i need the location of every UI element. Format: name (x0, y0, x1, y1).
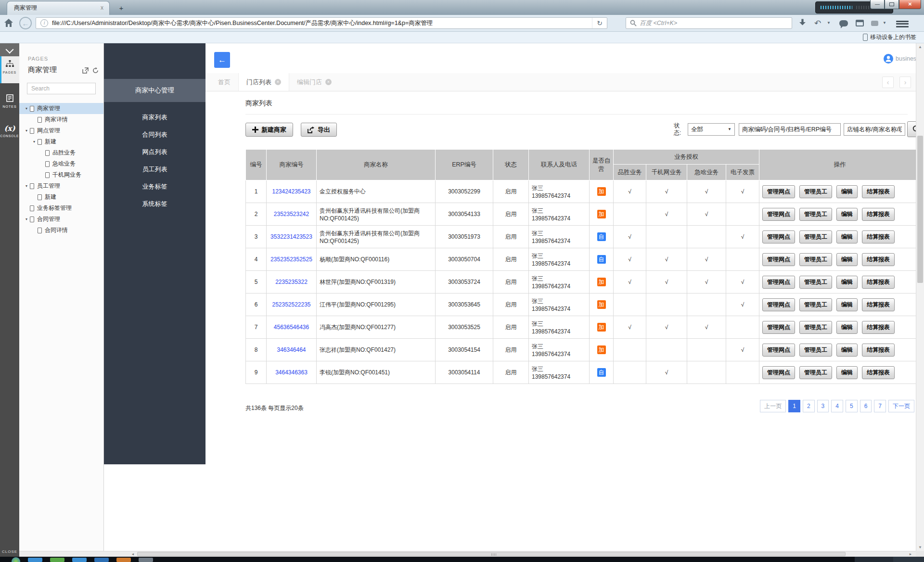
tree-item[interactable]: 业务标签管理 (19, 203, 103, 214)
info-icon[interactable]: i (40, 19, 48, 27)
downloads-icon[interactable] (799, 19, 806, 27)
tab-close-icon[interactable]: × (325, 79, 332, 85)
row-action-button[interactable]: 管理网点 (762, 366, 795, 379)
row-action-button[interactable]: 管理网点 (762, 185, 795, 198)
row-action-button[interactable]: 编辑 (836, 366, 858, 379)
tree-item[interactable]: ▾网点管理 (19, 125, 103, 136)
row-action-button[interactable]: 编辑 (836, 253, 858, 266)
chat-icon[interactable] (839, 20, 848, 26)
row-action-button[interactable]: 结算报表 (862, 298, 895, 311)
tree-item[interactable]: ▾员工管理 (19, 180, 103, 192)
rail-item-notes[interactable]: NOTES (0, 91, 19, 115)
tree-item[interactable]: 品胜业务 (19, 147, 103, 158)
vertical-scrollbar[interactable]: ▲ ▼ (916, 43, 924, 551)
nav-menu-item[interactable]: 员工列表 (104, 161, 205, 178)
scroll-up-icon[interactable]: ▲ (916, 45, 924, 49)
row-action-button[interactable]: 结算报表 (862, 344, 895, 357)
close-button[interactable]: ✕ (899, 0, 921, 9)
row-action-button[interactable]: 管理网点 (762, 344, 795, 357)
scroll-left-icon[interactable]: ◄ (129, 551, 136, 557)
refresh-icon[interactable] (92, 67, 99, 74)
url-text[interactable]: file:///C:/Users/Administrator/Desktop/商… (52, 19, 592, 27)
app-tab[interactable]: 编辑门店× (289, 73, 339, 91)
start-button-icon[interactable] (12, 557, 20, 562)
row-action-button[interactable]: 编辑 (836, 208, 858, 221)
pager-page[interactable]: 6 (860, 400, 872, 412)
row-action-button[interactable]: 管理网点 (762, 253, 795, 266)
taskbar-app-icon[interactable] (28, 558, 42, 562)
export-button[interactable]: 导出 (301, 123, 337, 137)
restore-button[interactable] (885, 0, 899, 9)
app-tab[interactable]: 门店列表× (238, 73, 289, 91)
history-dropdown-icon[interactable]: ▼ (827, 21, 831, 25)
reload-icon[interactable]: ↻ (592, 18, 607, 28)
windows-taskbar[interactable] (0, 557, 924, 562)
nav-menu-item[interactable]: 系统标签 (104, 195, 205, 213)
tab-close-icon[interactable]: x (99, 4, 105, 11)
system-tray[interactable] (855, 557, 893, 562)
row-action-button[interactable]: 管理员工 (799, 276, 832, 289)
pager-page[interactable]: 1 (788, 400, 800, 412)
tree-item[interactable]: ▾商家管理 (19, 103, 103, 114)
rail-item-pages[interactable]: PAGES (0, 56, 19, 83)
search-button[interactable] (907, 121, 916, 137)
row-action-button[interactable]: 管理网点 (762, 208, 795, 221)
scroll-down-icon[interactable]: ▼ (916, 545, 924, 549)
vertical-scroll-thumb[interactable] (917, 136, 923, 283)
collapse-button[interactable] (0, 43, 19, 56)
plugin-dropdown-icon[interactable]: ▼ (883, 21, 886, 25)
history-icon[interactable]: ↶ (814, 18, 821, 28)
tab-groups-icon[interactable] (856, 20, 864, 26)
nav-menu-item[interactable]: 合同列表 (104, 126, 205, 143)
rail-item-console[interactable]: (x) CONSOLE (0, 124, 19, 149)
plugin-icon[interactable] (871, 21, 878, 26)
merchant-no-link[interactable]: 123424235423 (272, 188, 310, 195)
app-tab[interactable]: 首页 (210, 73, 238, 91)
back-button[interactable]: ← (214, 52, 230, 68)
row-action-button[interactable]: 结算报表 (862, 321, 895, 334)
menu-icon[interactable] (896, 19, 909, 28)
pager-page[interactable]: 7 (874, 400, 886, 412)
taskbar-app-icon[interactable] (72, 558, 87, 562)
row-action-button[interactable]: 管理员工 (799, 253, 832, 266)
merchant-no-link[interactable]: 2235235322 (275, 279, 308, 285)
row-action-button[interactable]: 管理员工 (799, 321, 832, 334)
taskbar-app-icon[interactable] (139, 558, 153, 562)
row-action-button[interactable]: 编辑 (836, 230, 858, 243)
export-icon[interactable] (82, 67, 89, 74)
merchant-no-link[interactable]: 23523523242 (274, 211, 309, 217)
row-action-button[interactable]: 编辑 (836, 276, 858, 289)
mobile-bookmarks[interactable]: 移动设备上的书签 (863, 33, 916, 41)
user-chip[interactable]: business (884, 54, 916, 64)
tree-item[interactable]: ▾新建 (19, 136, 103, 147)
row-action-button[interactable]: 结算报表 (862, 253, 895, 266)
row-action-button[interactable]: 结算报表 (862, 230, 895, 243)
taskbar-app-icon[interactable] (94, 558, 109, 562)
browser-tab[interactable]: 商家管理 x (7, 1, 110, 15)
taskbar-app-icon[interactable] (116, 558, 131, 562)
row-action-button[interactable]: 结算报表 (862, 185, 895, 198)
minimize-button[interactable]: — (870, 0, 885, 9)
row-action-button[interactable]: 管理网点 (762, 298, 795, 311)
row-action-button[interactable]: 管理员工 (799, 366, 832, 379)
row-action-button[interactable]: 管理网点 (762, 276, 795, 289)
pager-page[interactable]: 4 (831, 400, 843, 412)
row-action-button[interactable]: 管理员工 (799, 230, 832, 243)
horizontal-scroll-thumb[interactable] (137, 552, 846, 556)
pager-page[interactable]: 3 (817, 400, 829, 412)
tab-close-icon[interactable]: × (275, 79, 281, 85)
merchant-no-link[interactable]: 3532231423523 (270, 233, 312, 240)
merchant-no-link[interactable]: 252352522235 (272, 301, 310, 308)
pager-page[interactable]: 2 (803, 400, 815, 412)
merchant-code-input[interactable] (739, 123, 841, 136)
new-merchant-button[interactable]: 新建商家 (245, 123, 293, 137)
merchant-no-link[interactable]: 2352352352525 (270, 256, 312, 263)
nav-menu-item[interactable]: 网点列表 (104, 143, 205, 161)
row-action-button[interactable]: 管理网点 (762, 230, 795, 243)
home-icon[interactable] (4, 18, 13, 29)
row-action-button[interactable]: 管理员工 (799, 344, 832, 357)
row-action-button[interactable]: 管理员工 (799, 208, 832, 221)
merchant-no-link[interactable]: 346346464 (277, 346, 306, 353)
horizontal-scrollbar[interactable]: ◄ ► (19, 551, 916, 557)
scroll-right-icon[interactable]: ► (907, 551, 914, 557)
